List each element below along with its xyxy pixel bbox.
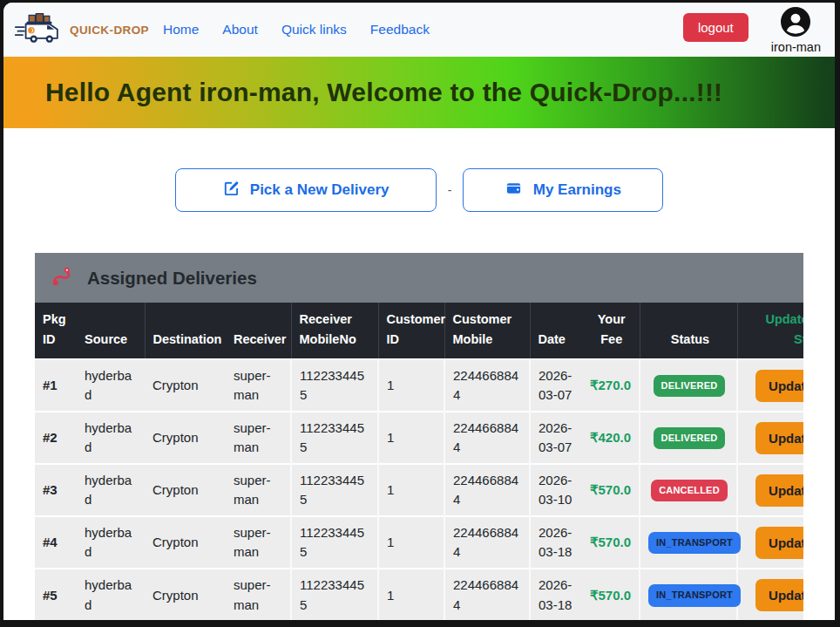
column-header-customer_id: Customer ID [378,303,444,359]
column-header-customer_mobile: Customer Mobile [444,303,530,359]
cell-receiver: super-man [226,516,291,569]
cell-status: DELIVERED [640,359,737,412]
cell-receiver_mobile: 1122334455 [291,569,378,620]
cell-status: IN_TRANSPORT [640,516,737,569]
cell-pkg_id: #2 [35,412,77,464]
cell-customer_mobile: 2244668844 [444,516,530,569]
cell-pkg_id: #3 [35,464,77,516]
cell-fee: ₹570.0 [580,464,640,516]
status-badge: CANCELLED [651,480,728,502]
cell-status: IN_TRANSPORT [640,569,737,620]
cell-pkg_id: #1 [35,359,77,412]
wallet-icon [505,180,522,201]
update-status-button[interactable]: Update Status [755,474,803,507]
my-earnings-button[interactable]: My Earnings [463,168,663,212]
cell-receiver_mobile: 1122334455 [291,464,378,516]
delivery-row: #5hyderbadCryptonsuper-man11223344551224… [35,569,803,620]
cell-pkg_id: #4 [35,516,77,569]
cell-customer_mobile: 2244668844 [444,412,530,464]
my-earnings-label: My Earnings [533,181,621,199]
cell-customer_mobile: 2244668844 [444,359,530,412]
brand: QUICK-DROP [14,8,149,51]
status-badge: IN_TRANSPORT [648,532,741,555]
nav-links: Home About Quick links Feedback [163,22,430,37]
action-buttons: Pick a New Delivery - My Earnings [3,168,835,212]
navbar: QUICK-DROP Home About Quick links Feedba… [3,3,835,57]
delivery-row: #1hyderbadCryptonsuper-man11223344551224… [35,359,803,412]
cell-receiver: super-man [226,569,291,620]
cell-receiver_mobile: 1122334455 [291,359,378,412]
update-status-button[interactable]: Update Status [755,579,803,611]
update-status-button[interactable]: Update Status [755,370,803,402]
cell-receiver_mobile: 1122334455 [291,412,378,464]
assigned-deliveries-table: Pkg IDSourceDestinationReceiverReceiver … [35,303,803,620]
assigned-deliveries-card: Assigned Deliveries Pkg IDSourceDestinat… [35,253,803,620]
cell-receiver: super-man [226,464,291,516]
logout-button[interactable]: logout [683,13,749,42]
route-icon [51,264,74,292]
cell-source: hyderbad [77,359,145,412]
navbar-right: logout iron-man [683,6,821,54]
cell-status: DELIVERED [640,412,737,464]
cell-update: Update Status [737,412,803,464]
cell-date: 2026-03-18 [530,569,580,620]
column-header-receiver_mobile: Receiver MobileNo [291,303,378,359]
update-status-button[interactable]: Update Status [755,527,803,559]
username-label: iron-man [771,40,821,54]
card-header: Assigned Deliveries [35,253,803,303]
nav-link-about[interactable]: About [222,22,258,37]
status-badge: DELIVERED [654,375,726,398]
nav-link-quick-links[interactable]: Quick links [281,22,347,37]
cell-source: hyderbad [77,412,145,464]
pencil-square-icon [222,180,239,201]
cell-fee: ₹420.0 [580,412,640,464]
user-menu[interactable]: iron-man [771,6,821,54]
cell-destination: Crypton [145,464,226,516]
status-badge: IN_TRANSPORT [648,584,741,607]
cell-fee: ₹570.0 [580,569,640,620]
column-header-fee: Your Fee [580,303,640,359]
brand-truck-logo-icon [14,8,64,51]
cell-fee: ₹570.0 [580,516,640,569]
cell-customer_mobile: 2244668844 [444,569,530,620]
brand-name: QUICK-DROP [70,24,149,37]
status-badge: DELIVERED [654,427,726,450]
cell-source: hyderbad [77,569,145,620]
cell-customer_id: 1 [378,412,444,464]
column-header-date: Date [530,303,580,359]
update-status-button[interactable]: Update Status [755,422,803,454]
cell-update: Update Status [737,464,803,516]
cell-source: hyderbad [77,516,145,569]
card-title: Assigned Deliveries [87,268,257,289]
nav-link-home[interactable]: Home [163,22,199,37]
cell-customer_mobile: 2244668844 [444,464,530,516]
cell-source: hyderbad [77,464,145,516]
cell-receiver: super-man [226,359,291,412]
cell-destination: Crypton [145,359,226,412]
button-separator: - [448,183,452,197]
delivery-row: #2hyderbadCryptonsuper-man11223344551224… [35,412,803,464]
table-header-row: Pkg IDSourceDestinationReceiverReceiver … [35,303,803,359]
cell-destination: Crypton [145,412,226,464]
nav-link-feedback[interactable]: Feedback [370,22,430,37]
cell-receiver_mobile: 1122334455 [291,516,378,569]
cell-customer_id: 1 [378,464,444,516]
delivery-row: #3hyderbadCryptonsuper-man11223344551224… [35,464,803,516]
cell-destination: Crypton [145,569,226,620]
cell-receiver: super-man [226,412,291,464]
cell-date: 2026-03-18 [530,516,580,569]
cell-date: 2026-03-07 [530,359,580,412]
cell-customer_id: 1 [378,359,444,412]
cell-customer_id: 1 [378,569,444,620]
column-header-destination: Destination [145,303,226,359]
column-header-receiver: Receiver [226,303,291,359]
column-header-source: Source [77,303,145,359]
cell-update: Update Status [737,516,803,569]
cell-pkg_id: #5 [35,569,77,620]
welcome-message: Hello Agent iron-man, Welcome to the Qui… [45,78,722,107]
deliveries-table-container: Pkg IDSourceDestinationReceiverReceiver … [35,303,803,620]
pick-new-delivery-button[interactable]: Pick a New Delivery [175,168,437,212]
pick-new-delivery-label: Pick a New Delivery [250,181,390,199]
column-header-update: Update Delivery Status [737,303,803,359]
cell-update: Update Status [737,359,803,412]
